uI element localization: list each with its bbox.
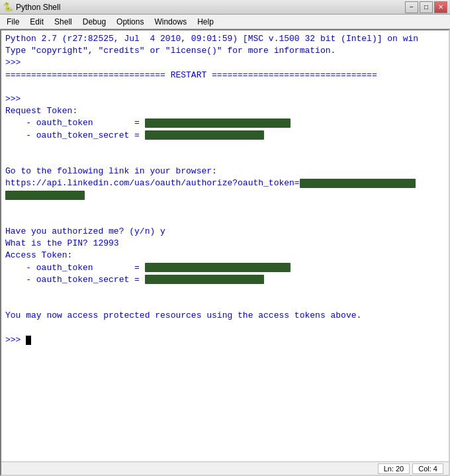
oauth-token-secret-label-1: - oauth_token_secret =: [5, 130, 145, 140]
prompt-2: >>>: [5, 94, 26, 104]
window-controls: − □ ✕: [405, 1, 447, 13]
status-bar: Ln: 20 Col: 4: [1, 461, 449, 475]
close-button[interactable]: ✕: [434, 1, 447, 13]
cursor: [26, 336, 31, 345]
menu-options[interactable]: Options: [111, 16, 149, 28]
window-title: Python Shell: [16, 3, 405, 12]
menu-shell[interactable]: Shell: [49, 16, 77, 28]
oauth-token-redacted-2: [145, 263, 291, 272]
shell-output[interactable]: Python 2.7 (r27:82525, Jul 4 2010, 09:01…: [1, 30, 449, 461]
menu-edit[interactable]: Edit: [24, 16, 49, 28]
title-bar: 🐍 Python Shell − □ ✕: [0, 0, 450, 15]
console-output: Python 2.7 (r27:82525, Jul 4 2010, 09:01…: [5, 33, 445, 346]
window-icon: 🐍: [3, 2, 13, 13]
menu-bar: File Edit Shell Debug Options Windows He…: [0, 15, 450, 29]
oauth-url-redacted-2: [5, 191, 85, 200]
oauth-url-redacted: [300, 179, 416, 188]
python-version-line: Python 2.7 (r27:82525, Jul 4 2010, 09:01…: [5, 34, 418, 56]
oauth-token-secret-label-2: - oauth_token_secret =: [5, 275, 145, 285]
shell-wrapper: Python 2.7 (r27:82525, Jul 4 2010, 09:01…: [0, 29, 450, 476]
restart-separator: =============================== RESTART …: [5, 70, 377, 80]
menu-debug[interactable]: Debug: [77, 16, 111, 28]
request-token-label: Request Token: - oauth_token =: [5, 106, 145, 128]
line-number: Ln: 20: [378, 463, 410, 474]
minimize-button[interactable]: −: [405, 1, 418, 13]
oauth-token-secret-redacted-1: [145, 130, 264, 140]
menu-help[interactable]: Help: [192, 16, 219, 28]
col-number: Col: 4: [412, 463, 443, 474]
menu-file[interactable]: File: [1, 16, 24, 28]
menu-windows[interactable]: Windows: [149, 16, 192, 28]
maximize-button[interactable]: □: [420, 1, 433, 13]
oauth-token-redacted-1: [145, 119, 291, 128]
window: 🐍 Python Shell − □ ✕ File Edit Shell Deb…: [0, 0, 450, 476]
authorized-prompt: Have you authorized me? (y/n) y What is …: [5, 226, 165, 273]
oauth-token-secret-redacted-2: [145, 275, 264, 284]
success-message: You may now access protected resources u…: [5, 310, 361, 320]
prompt-final: >>>: [5, 335, 26, 345]
prompt-1: >>>: [5, 58, 26, 68]
browser-link-label: Go to the following link in your browser…: [5, 166, 300, 188]
